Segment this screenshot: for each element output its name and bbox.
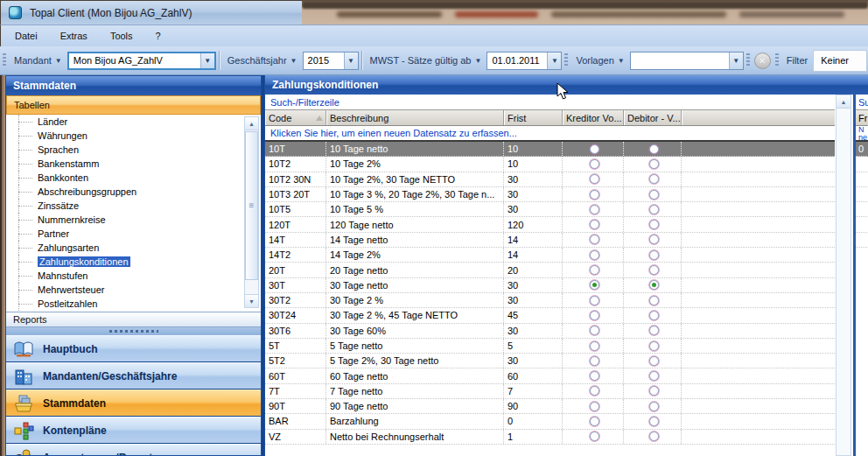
cell[interactable]: 30 (504, 202, 563, 216)
cell[interactable]: 7 (504, 384, 563, 398)
table-row[interactable]: 5T25 Tage 2%, 30 Tage netto30 (265, 354, 835, 368)
sidebar-item-nummernkreise[interactable]: Nummernkreise (6, 213, 261, 227)
cell[interactable]: 10T2 (265, 157, 326, 171)
search-filter-row[interactable]: Su (856, 95, 868, 110)
cell[interactable] (563, 430, 624, 444)
cell[interactable]: 20T (265, 263, 326, 277)
cell[interactable] (563, 233, 624, 247)
kreditor-radio[interactable] (590, 356, 599, 366)
table-row[interactable]: 30T630 Tage 60%30 (265, 324, 835, 339)
chevron-down-icon[interactable]: ▼ (200, 53, 214, 68)
nav-mandanten-gesch-ftsjahre[interactable]: Mandanten/Geschäftsjahre (6, 362, 261, 389)
cell[interactable] (563, 399, 624, 413)
cell[interactable]: 5 (504, 339, 563, 353)
cell[interactable] (624, 278, 682, 292)
cell[interactable] (624, 339, 682, 353)
debitor-radio[interactable] (649, 431, 659, 441)
cell[interactable]: 20 (504, 263, 563, 277)
cell[interactable]: 10T2 30N (265, 172, 326, 186)
cell[interactable] (682, 399, 835, 413)
cell[interactable]: 10 Tage 2% (326, 157, 504, 171)
toolbar-grip[interactable] (746, 53, 750, 67)
table-row[interactable]: 10T510 Tage 5 %30 (265, 202, 835, 217)
cell[interactable]: 30T (265, 278, 326, 292)
table-row[interactable]: 14T14 Tage netto14 (265, 233, 835, 248)
cell[interactable] (563, 278, 624, 292)
debitor-radio[interactable] (649, 341, 659, 351)
cell[interactable]: BAR (265, 414, 326, 428)
table-row[interactable]: 14T214 Tage 2%14 (265, 248, 835, 263)
debitor-radio[interactable] (649, 402, 659, 411)
geschaeftsjahr-button[interactable]: Geschäftsjahr▼ (222, 53, 303, 68)
cell[interactable]: 10 Tage 2%, 30 Tage NETTO (326, 172, 504, 186)
kreditor-radio[interactable] (590, 296, 599, 305)
toolbar-grip[interactable] (775, 53, 779, 67)
cell[interactable]: VZ (265, 430, 326, 444)
cell[interactable]: 10 (504, 142, 563, 156)
table-row[interactable]: 90T90 Tage netto90 (265, 399, 835, 414)
cell[interactable]: 30 (504, 293, 563, 307)
kreditor-radio[interactable] (590, 220, 599, 229)
cell[interactable] (682, 278, 835, 292)
nav-stammdaten[interactable]: Stammdaten (6, 389, 261, 416)
debitor-radio[interactable] (649, 311, 659, 320)
sidebar-item-zinssätze[interactable]: Zinssätze (6, 199, 261, 213)
geschaeftsjahr-combobox[interactable]: 2015 ▼ (303, 52, 359, 70)
scroll-up-icon[interactable]: ▲ (836, 95, 850, 109)
sidebar-item-bankkonten[interactable]: Bankkonten (6, 171, 261, 185)
cell[interactable] (563, 187, 624, 201)
table-row[interactable]: VZNetto bei Rechnungserhalt1 (265, 430, 835, 445)
cell[interactable] (563, 217, 624, 231)
cell[interactable] (682, 414, 835, 428)
sidebar-item-mehrwertsteuer[interactable]: Mehrwertsteuer (6, 283, 261, 297)
cell[interactable] (624, 293, 682, 307)
cell[interactable]: 14 (504, 248, 563, 262)
cell[interactable]: 90T (265, 399, 326, 413)
kreditor-radio[interactable] (590, 190, 599, 200)
column-header-code[interactable]: Code (265, 110, 326, 125)
cell[interactable]: 30 (504, 324, 563, 338)
cell[interactable]: 1 (504, 430, 563, 444)
cell[interactable]: 10T3 20T (265, 187, 326, 201)
mandant-combobox[interactable]: Mon Bijou AG_ZahlV ▼ (67, 52, 216, 70)
kreditor-radio[interactable] (590, 144, 599, 154)
cell[interactable] (682, 187, 835, 201)
cell[interactable]: 5T2 (265, 354, 326, 368)
cell[interactable] (563, 248, 624, 262)
debitor-radio[interactable] (649, 205, 659, 214)
cell[interactable] (682, 248, 835, 262)
cell[interactable] (624, 414, 682, 428)
sidebar-item-länder[interactable]: Länder (6, 115, 261, 129)
cell[interactable]: Barzahlung (326, 414, 504, 428)
splitter-handle[interactable] (6, 327, 261, 335)
cell[interactable] (624, 157, 682, 171)
sidebar-item-währungen[interactable]: Währungen (6, 129, 261, 143)
nav-hauptbuch[interactable]: Hauptbuch (6, 335, 261, 361)
table-row[interactable]: 30T30 Tage netto30 (265, 278, 835, 293)
cell[interactable]: 7T (265, 384, 326, 398)
chevron-down-icon[interactable]: ▼ (344, 53, 358, 69)
mwst-date-combobox[interactable]: 01.01.2011 ▼ (486, 52, 562, 70)
cell[interactable]: 120 Tage netto (326, 217, 504, 231)
cell[interactable]: 30 (504, 278, 563, 292)
table-row[interactable]: 7T7 Tage netto7 (265, 384, 835, 399)
cell[interactable]: 14 Tage netto (326, 233, 504, 247)
cell[interactable]: 90 (504, 399, 563, 413)
table-row[interactable]: 30T230 Tage 2 %30 (265, 293, 835, 308)
cell[interactable]: 5T (265, 339, 326, 353)
column-header-debitor[interactable]: Debitor - V... (624, 110, 682, 125)
sidebar-item-zahlungsarten[interactable]: Zahlungsarten (6, 241, 261, 255)
mwst-button[interactable]: MWST - Sätze gültig ab▼ (365, 53, 487, 68)
table-row[interactable]: 20T20 Tage netto20 (265, 263, 835, 277)
cell[interactable]: 30 (504, 354, 563, 368)
kreditor-radio[interactable] (590, 159, 599, 169)
cell[interactable]: 7 Tage netto (326, 384, 504, 398)
cell[interactable]: 30 Tage 60% (326, 324, 504, 338)
sidebar-item-bankenstamm[interactable]: Bankenstamm (6, 157, 261, 171)
cell[interactable] (682, 368, 835, 382)
cell[interactable]: 30 Tage netto (326, 278, 504, 292)
cell[interactable]: Netto bei Rechnungserhalt (326, 430, 504, 444)
debitor-radio[interactable] (649, 296, 659, 305)
cell[interactable] (682, 142, 835, 156)
debitor-radio[interactable] (649, 220, 659, 229)
